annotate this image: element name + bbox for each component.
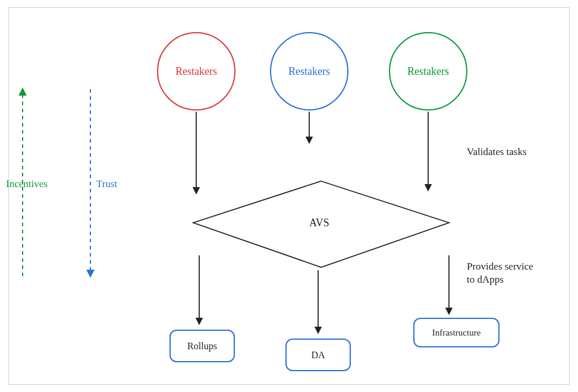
restaker-red-label: Restakers xyxy=(158,65,235,78)
restaker-green-label: Restakers xyxy=(389,65,467,78)
da-box: DA xyxy=(285,339,351,371)
provides-annotation: Provides service to dApps xyxy=(467,260,533,286)
infra-box: Infrastructure xyxy=(413,318,500,347)
infra-label: Infrastructure xyxy=(432,328,481,338)
avs-label: AVS xyxy=(309,217,329,229)
validates-annotation: Validates tasks xyxy=(467,146,527,159)
incentives-label: Incentives xyxy=(6,178,48,190)
da-label: DA xyxy=(311,350,325,361)
rollups-box: Rollups xyxy=(169,330,235,362)
trust-label: Trust xyxy=(96,178,117,190)
restaker-blue-label: Restakers xyxy=(271,65,348,78)
rollups-label: Rollups xyxy=(187,341,217,352)
